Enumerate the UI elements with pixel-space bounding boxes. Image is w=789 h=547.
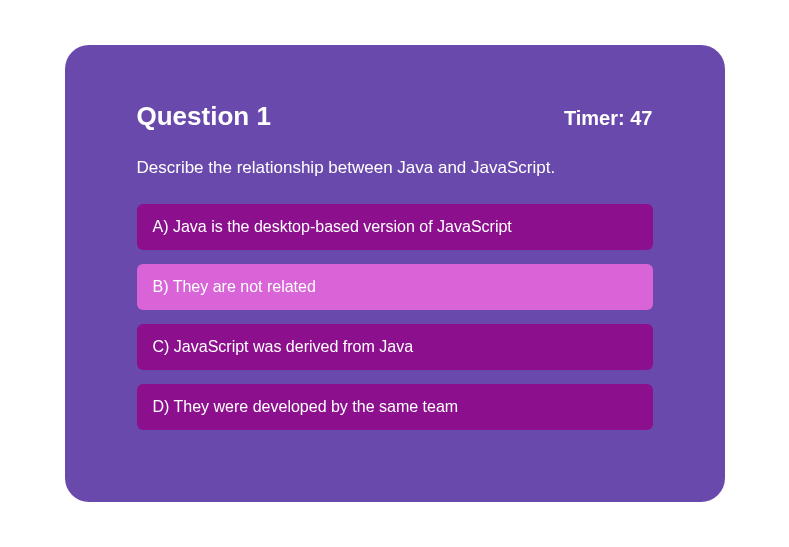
header-row: Question 1 Timer: 47: [137, 101, 653, 132]
quiz-card: Question 1 Timer: 47 Describe the relati…: [65, 45, 725, 502]
option-c[interactable]: C) JavaScript was derived from Java: [137, 324, 653, 370]
question-text: Describe the relationship between Java a…: [137, 156, 653, 180]
option-b[interactable]: B) They are not related: [137, 264, 653, 310]
option-a[interactable]: A) Java is the desktop-based version of …: [137, 204, 653, 250]
option-d[interactable]: D) They were developed by the same team: [137, 384, 653, 430]
timer: Timer: 47: [564, 107, 653, 130]
options-list: A) Java is the desktop-based version of …: [137, 204, 653, 430]
question-title: Question 1: [137, 101, 271, 132]
